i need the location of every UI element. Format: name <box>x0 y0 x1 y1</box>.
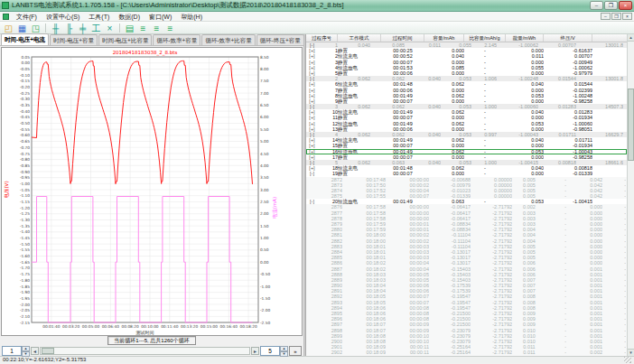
svg-text:电压(V): 电压(V) <box>4 181 9 198</box>
tab-时间-电压+容量[interactable]: 时间-电压+容量 <box>50 34 98 45</box>
svg-text:-0.10: -0.10 <box>20 73 30 78</box>
svg-text:-1.40: -1.40 <box>20 229 30 234</box>
svg-text:-1.10: -1.10 <box>20 193 30 198</box>
current-cycle-range-button[interactable]: 当前循环1---5, 总共1260个循环 <box>107 336 195 345</box>
menu-item-2[interactable]: 工具(T) <box>84 12 114 22</box>
app-icon <box>2 2 9 9</box>
menu-item-0[interactable]: 文件(F) <box>12 12 42 22</box>
status-bar: 00:22:10;Y=-2.61632;Y2=-5.31753 <box>0 356 634 363</box>
svg-text:-2.50: -2.50 <box>260 321 270 325</box>
tab-时间-电压+比容量[interactable]: 时间-电压+比容量 <box>98 34 152 45</box>
svg-text:5.00: 5.00 <box>260 139 269 144</box>
svg-text:-1.90: -1.90 <box>20 290 30 294</box>
grid-body: [-]10.0400.0850.0110.0552.145-1.000620.0… <box>306 42 627 356</box>
svg-text:-1.55: -1.55 <box>20 247 30 252</box>
chart-area[interactable]: 0.050.00-0.05-0.10-0.15-0.20-0.25-0.30-0… <box>1 47 303 336</box>
svg-text:-2.05: -2.05 <box>20 308 30 313</box>
tab-循环-终压+容量[interactable]: 循环-终压+容量 <box>256 34 304 45</box>
end-cycle-spinner[interactable]: 5 ▲▼ <box>260 346 288 356</box>
tab-循环-效率+容量[interactable]: 循环-效率+容量 <box>153 34 200 45</box>
svg-text:-1.95: -1.95 <box>20 296 30 301</box>
svg-text:-1.00: -1.00 <box>260 285 270 289</box>
spinner-down-icon[interactable]: ▼ <box>280 351 288 357</box>
grid-vertical-scrollbar[interactable]: ▲ ▼ <box>627 34 634 356</box>
menu-item-5[interactable]: 帮助(H) <box>176 12 207 22</box>
grid-header-6[interactable]: 终压/V <box>544 34 592 42</box>
tab-循环-效率+比容量[interactable]: 循环-效率+比容量 <box>201 34 255 45</box>
svg-text:-0.15: -0.15 <box>20 79 30 83</box>
merge-icon[interactable]: ╪ <box>77 23 89 33</box>
svg-text:-0.05: -0.05 <box>20 67 30 71</box>
step-forward-icon[interactable]: ╟ <box>63 23 75 33</box>
scroll-left-icon[interactable]: ◄ <box>31 347 39 355</box>
record-row[interactable]: 290200:18:0900:00:11-0.25164-2.717920.01… <box>306 350 627 355</box>
save-icon[interactable]: ▦ <box>16 23 28 33</box>
svg-text:-0.80: -0.80 <box>20 157 30 162</box>
cycle-scrollbar-thumb[interactable] <box>42 348 54 354</box>
svg-text:8.00: 8.00 <box>260 67 269 71</box>
start-cycle-value[interactable]: 1 <box>2 346 22 356</box>
svg-text:-1.75: -1.75 <box>20 272 30 276</box>
svg-text:7.00: 7.00 <box>260 91 269 96</box>
grid-header-0[interactable]: 过程序号 <box>306 34 338 42</box>
export-icon[interactable]: ◳ <box>30 23 42 33</box>
svg-text:3.00: 3.00 <box>260 188 269 192</box>
menu-item-4[interactable]: 窗口(W) <box>145 12 176 22</box>
more-cycles-button[interactable]: » <box>289 346 302 356</box>
svg-text:电流(mA): 电流(mA) <box>272 197 278 219</box>
svg-text:-2.15: -2.15 <box>20 321 30 325</box>
resize-grip[interactable] <box>624 357 631 363</box>
svg-text:8.50: 8.50 <box>260 55 269 60</box>
project-icon[interactable]: 工 <box>90 23 102 33</box>
grid-header-5[interactable]: 能量/mWh <box>506 34 544 42</box>
tab-时间-电压+电流[interactable]: 时间-电压+电流 <box>1 33 49 45</box>
grid-header-2[interactable]: 过程时间 <box>381 34 424 42</box>
svg-text:-0.50: -0.50 <box>260 272 270 276</box>
svg-text:-1.70: -1.70 <box>20 266 30 270</box>
maximize-button[interactable]: ❐ <box>604 1 618 10</box>
svg-text:-0.55: -0.55 <box>20 127 30 132</box>
end-cycle-value[interactable]: 5 <box>260 346 280 356</box>
svg-text:-0.25: -0.25 <box>20 91 30 96</box>
report-view-icon[interactable]: ≡ <box>151 23 163 33</box>
grid-header-3[interactable]: 容量/mAh <box>424 34 464 42</box>
svg-text:-0.90: -0.90 <box>20 170 30 174</box>
cycle-scrollbar[interactable] <box>40 347 250 355</box>
start-cycle-spinner[interactable]: 1 ▲▼ <box>2 346 30 356</box>
toolbar-separator <box>119 23 120 33</box>
scroll-up-icon[interactable]: ▲ <box>628 34 634 42</box>
step-divide-icon[interactable]: ╫ <box>50 23 61 33</box>
list-view-icon[interactable]: ≡ <box>137 23 149 33</box>
svg-text:-0.75: -0.75 <box>20 152 30 156</box>
time-voltage-current-chart: 0.050.00-0.05-0.10-0.15-0.20-0.25-0.30-0… <box>2 48 302 335</box>
menu-item-1[interactable]: 设置中心(S) <box>42 12 84 22</box>
menu-item-3[interactable]: 数据(D) <box>114 12 145 22</box>
menu-items: 文件(F)设置中心(S)工具(T)数据(D)窗口(W)帮助(H) <box>12 12 207 22</box>
grid-header-4[interactable]: 比容量/mAh/g <box>464 34 506 42</box>
grid-header-1[interactable]: 工作模式 <box>338 34 381 42</box>
svg-text:-1.65: -1.65 <box>20 260 30 265</box>
svg-text:-1.80: -1.80 <box>20 278 30 283</box>
svg-text:-0.50: -0.50 <box>20 121 30 126</box>
grid-view-icon[interactable]: ▤ <box>124 23 135 33</box>
scroll-right-icon[interactable]: ► <box>251 347 259 355</box>
close-button[interactable]: × <box>619 1 632 10</box>
grid-header-7[interactable] <box>592 34 628 42</box>
child-restore-button[interactable]: ❐ <box>611 13 621 20</box>
svg-text:-1.05: -1.05 <box>20 188 30 192</box>
scroll-down-icon[interactable]: ▼ <box>628 349 634 356</box>
child-minimize-button[interactable]: – <box>601 13 611 20</box>
child-close-button[interactable]: × <box>622 13 632 20</box>
svg-text:7.50: 7.50 <box>260 79 269 83</box>
svg-text:00:13:20: 00:13:20 <box>181 324 199 329</box>
chart-panel: 时间-电压+电流时间-电压+容量时间-电压+比容量循环-效率+容量循环-效率+比… <box>0 34 303 356</box>
grid-scrollbar-thumb[interactable] <box>628 89 634 161</box>
open-file-icon[interactable]: ◰ <box>3 23 14 33</box>
detail-view-icon[interactable]: ≡ <box>164 23 176 33</box>
svg-text:-0.70: -0.70 <box>20 145 30 150</box>
svg-text:6.00: 6.00 <box>260 115 269 119</box>
cut-icon[interactable]: × <box>104 23 116 33</box>
svg-text:-2.00: -2.00 <box>20 303 30 307</box>
spinner-down-icon[interactable]: ▼ <box>22 351 30 357</box>
minimize-button[interactable]: – <box>590 1 603 10</box>
